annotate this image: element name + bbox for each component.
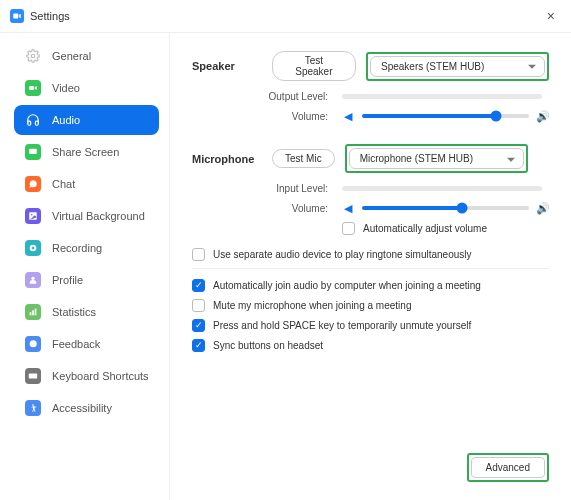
auto-adjust-label: Automatically adjust volume [363, 223, 487, 234]
svg-point-13 [32, 404, 34, 406]
sidebar-item-label: Keyboard Shortcuts [52, 370, 149, 382]
svg-rect-0 [13, 14, 18, 19]
speaker-volume-slider[interactable] [362, 114, 529, 118]
speaker-select-highlight: Speakers (STEM HUB) [366, 52, 549, 81]
mute-join-label: Mute my microphone when joining a meetin… [213, 300, 411, 311]
mic-volume-label: Volume: [192, 203, 342, 214]
speaker-row: Speaker Test Speaker Speakers (STEM HUB) [192, 51, 549, 81]
window-title: Settings [30, 10, 70, 22]
sync-headset-checkbox[interactable] [192, 339, 205, 352]
volume-high-icon: 🔊 [537, 110, 549, 122]
slider-thumb[interactable] [490, 111, 501, 122]
sidebar-item-accessibility[interactable]: Accessibility [14, 393, 159, 423]
speaker-device-select[interactable]: Speakers (STEM HUB) [370, 56, 545, 77]
mute-join-row: Mute my microphone when joining a meetin… [192, 299, 549, 312]
sidebar-item-statistics[interactable]: Statistics [14, 297, 159, 327]
output-level-meter [342, 94, 542, 99]
microphone-row: Microphone Test Mic Microphone (STEM HUB… [192, 144, 549, 173]
svg-rect-11 [35, 309, 37, 316]
profile-icon [24, 271, 42, 289]
sidebar-item-keyboard-shortcuts[interactable]: Keyboard Shortcuts [14, 361, 159, 391]
advanced-highlight: Advanced [467, 453, 549, 482]
sidebar-item-audio[interactable]: Audio [14, 105, 159, 135]
test-speaker-button[interactable]: Test Speaker [272, 51, 356, 81]
svg-point-1 [31, 54, 35, 58]
headphones-icon [24, 111, 42, 129]
input-level-row: Input Level: [192, 183, 549, 194]
svg-point-5 [31, 214, 33, 216]
svg-point-8 [31, 277, 34, 280]
auto-join-label: Automatically join audio by computer whe… [213, 280, 481, 291]
volume-low-icon: ◀ [342, 110, 354, 122]
svg-rect-9 [30, 312, 32, 315]
svg-rect-10 [32, 310, 34, 315]
video-icon [24, 79, 42, 97]
space-unmute-checkbox[interactable] [192, 319, 205, 332]
chat-icon [24, 175, 42, 193]
sidebar-item-label: Virtual Background [52, 210, 145, 222]
slider-thumb[interactable] [457, 203, 468, 214]
background-icon [24, 207, 42, 225]
app-icon [10, 9, 24, 23]
mic-select-highlight: Microphone (STEM HUB) [345, 144, 528, 173]
sidebar-item-label: General [52, 50, 91, 62]
sidebar-item-label: Feedback [52, 338, 100, 350]
advanced-button[interactable]: Advanced [471, 457, 545, 478]
feedback-icon [24, 335, 42, 353]
sidebar-item-chat[interactable]: Chat [14, 169, 159, 199]
sidebar-item-recording[interactable]: Recording [14, 233, 159, 263]
auto-adjust-checkbox[interactable] [342, 222, 355, 235]
svg-rect-3 [29, 149, 37, 154]
sidebar-item-label: Chat [52, 178, 75, 190]
sidebar: General Video Audio Share Screen Chat Vi… [0, 33, 170, 500]
share-screen-icon [24, 143, 42, 161]
svg-point-7 [32, 247, 35, 250]
svg-rect-12 [29, 374, 37, 379]
gear-icon [24, 47, 42, 65]
speaker-device-value: Speakers (STEM HUB) [381, 61, 484, 72]
auto-join-checkbox[interactable] [192, 279, 205, 292]
svg-rect-2 [29, 86, 34, 90]
sync-headset-row: Sync buttons on headset [192, 339, 549, 352]
output-level-label: Output Level: [192, 91, 342, 102]
body: General Video Audio Share Screen Chat Vi… [0, 33, 571, 500]
ringtone-row: Use separate audio device to play ringto… [192, 248, 549, 261]
sidebar-item-virtual-background[interactable]: Virtual Background [14, 201, 159, 231]
ringtone-checkbox[interactable] [192, 248, 205, 261]
mic-device-select[interactable]: Microphone (STEM HUB) [349, 148, 524, 169]
sidebar-item-profile[interactable]: Profile [14, 265, 159, 295]
ringtone-label: Use separate audio device to play ringto… [213, 249, 472, 260]
sidebar-item-feedback[interactable]: Feedback [14, 329, 159, 359]
close-button[interactable]: × [541, 6, 561, 26]
mic-device-value: Microphone (STEM HUB) [360, 153, 473, 164]
accessibility-icon [24, 399, 42, 417]
divider [192, 268, 549, 269]
test-mic-button[interactable]: Test Mic [272, 149, 335, 168]
content-pane: Speaker Test Speaker Speakers (STEM HUB)… [170, 33, 571, 500]
sidebar-item-share-screen[interactable]: Share Screen [14, 137, 159, 167]
sidebar-item-label: Recording [52, 242, 102, 254]
input-level-meter [342, 186, 542, 191]
titlebar: Settings × [0, 0, 571, 33]
volume-high-icon: 🔊 [537, 202, 549, 214]
mic-volume-row: Volume: ◀ 🔊 [192, 202, 549, 214]
sidebar-item-general[interactable]: General [14, 41, 159, 71]
mic-volume-slider[interactable] [362, 206, 529, 210]
auto-join-row: Automatically join audio by computer whe… [192, 279, 549, 292]
sidebar-item-label: Video [52, 82, 80, 94]
keyboard-icon [24, 367, 42, 385]
sidebar-item-label: Profile [52, 274, 83, 286]
space-unmute-label: Press and hold SPACE key to temporarily … [213, 320, 471, 331]
volume-low-icon: ◀ [342, 202, 354, 214]
mute-join-checkbox[interactable] [192, 299, 205, 312]
auto-adjust-row: Automatically adjust volume [342, 222, 549, 235]
recording-icon [24, 239, 42, 257]
statistics-icon [24, 303, 42, 321]
sidebar-item-label: Accessibility [52, 402, 112, 414]
sync-headset-label: Sync buttons on headset [213, 340, 323, 351]
speaker-volume-label: Volume: [192, 111, 342, 122]
speaker-volume-row: Volume: ◀ 🔊 [192, 110, 549, 122]
sidebar-item-video[interactable]: Video [14, 73, 159, 103]
speaker-heading: Speaker [192, 60, 272, 72]
sidebar-item-label: Share Screen [52, 146, 119, 158]
